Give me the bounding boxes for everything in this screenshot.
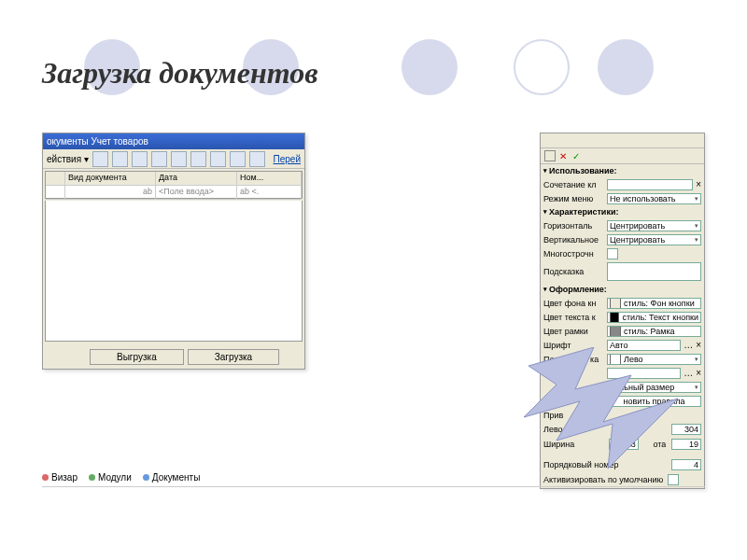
label-tab-order: Порядковый номер bbox=[543, 460, 637, 469]
footer-tabs: Визар Модули Документы bbox=[42, 463, 200, 487]
toolbar-icon[interactable] bbox=[230, 151, 246, 167]
row-hint: Подсказка bbox=[541, 260, 704, 283]
more-icon[interactable]: … bbox=[684, 340, 693, 350]
clear-icon[interactable]: × bbox=[696, 340, 701, 350]
deco-circle bbox=[598, 39, 654, 95]
select-bg-color[interactable]: стиль: Фон кнопки bbox=[607, 298, 701, 309]
row-pic-size: еальный размер bbox=[541, 380, 704, 394]
select-horizontal[interactable]: Центрировать bbox=[607, 220, 701, 231]
doc-type-input-btn[interactable]: ab bbox=[65, 186, 156, 199]
lower-tabs: Выгрузка Загрузка bbox=[90, 349, 279, 365]
number-input-btn[interactable]: ab <. bbox=[237, 186, 302, 199]
input-tab-order[interactable]: 4 bbox=[671, 459, 701, 470]
props-tool-icon[interactable] bbox=[544, 150, 556, 161]
toolbar: ействия ▾ Перей bbox=[43, 149, 304, 169]
toolbar-icon[interactable] bbox=[249, 151, 265, 167]
row-pic-position: Положение ка Лево bbox=[541, 352, 704, 366]
input-shortcut[interactable] bbox=[607, 179, 693, 190]
row-bg-color: Цвет фона кн стиль: Фон кнопки bbox=[541, 296, 704, 310]
tab-export[interactable]: Выгрузка bbox=[90, 349, 184, 365]
more-icon[interactable]: … bbox=[684, 368, 693, 378]
label-left: Лево bbox=[543, 425, 604, 434]
row-binding: Прив bbox=[541, 408, 704, 422]
slide: Загрузка документов окументы Учет товаро… bbox=[0, 0, 747, 560]
toolbar-icon[interactable] bbox=[112, 151, 128, 167]
select-fg-color[interactable]: стиль: Текст кнопки bbox=[607, 312, 701, 323]
deco-circle bbox=[514, 39, 570, 95]
row-tab-order: Порядковый номер 4 bbox=[541, 457, 704, 472]
toolbar-icon[interactable] bbox=[210, 151, 226, 167]
clear-icon[interactable]: × bbox=[696, 368, 701, 378]
props-toolbar: ✕ ✓ bbox=[541, 148, 704, 164]
select-menu-mode[interactable]: Не использовать bbox=[607, 193, 701, 204]
grid-marker-col bbox=[46, 172, 65, 185]
section-usage[interactable]: Использование: bbox=[541, 164, 704, 177]
row-font: Шрифт Авто …× bbox=[541, 338, 704, 352]
window-titlebar: окументы Учет товаров bbox=[43, 133, 304, 149]
label-fg-color: Цвет текста к bbox=[543, 313, 604, 322]
label-bg-color: Цвет фона кн bbox=[543, 299, 604, 308]
select-border-color[interactable]: стиль: Рамка bbox=[607, 326, 701, 337]
select-font[interactable]: Авто bbox=[607, 340, 681, 351]
properties-panel: ✕ ✓ Использование: Сочетание кл × Режим … bbox=[540, 133, 705, 489]
toolbar-icon[interactable] bbox=[151, 151, 167, 167]
toolbar-icon[interactable] bbox=[171, 151, 187, 167]
row-menu-mode: Режим меню Не использовать bbox=[541, 191, 704, 205]
clear-icon[interactable]: × bbox=[696, 179, 701, 189]
label-hint: Подсказка bbox=[543, 267, 604, 276]
row-activate-default: Активизировать по умолчанию bbox=[541, 472, 704, 486]
documents-window: окументы Учет товаров ействия ▾ Перей Ви… bbox=[42, 133, 305, 370]
label-multiline: Многострочн bbox=[543, 249, 604, 259]
input-height[interactable]: 19 bbox=[671, 439, 701, 450]
section-decoration[interactable]: Оформление: bbox=[541, 283, 704, 296]
row-multiline: Многострочн bbox=[541, 246, 704, 260]
button-set-rules[interactable]: новить правила bbox=[607, 396, 701, 407]
date-input[interactable]: <Поле ввода> bbox=[156, 186, 237, 199]
select-vertical[interactable]: Центрировать bbox=[607, 234, 701, 245]
row-picture: Кар …× bbox=[541, 366, 704, 380]
close-icon[interactable]: ✕ bbox=[559, 151, 569, 161]
select-pic-size[interactable]: еальный размер bbox=[607, 382, 701, 393]
row-fg-color: Цвет текста к стиль: Текст кнопки bbox=[541, 310, 704, 324]
row-horizontal: Горизонталь Центрировать bbox=[541, 218, 704, 232]
toolbar-icon[interactable] bbox=[132, 151, 148, 167]
input-width[interactable]: 123 bbox=[609, 439, 639, 450]
row-vertical: Вертикальное Центрировать bbox=[541, 232, 704, 246]
dot-icon bbox=[42, 474, 49, 481]
fg-color-value: стиль: Текст кнопки bbox=[622, 313, 698, 322]
label-binding: Прив bbox=[543, 411, 604, 420]
toolbar-icon[interactable] bbox=[92, 151, 108, 167]
row-rules: новить правила bbox=[541, 394, 704, 408]
tab-import[interactable]: Загрузка bbox=[188, 349, 279, 365]
row-border-color: Цвет рамки стиль: Рамка bbox=[541, 324, 704, 338]
actions-menu[interactable]: ействия ▾ bbox=[47, 154, 89, 164]
checkbox-activate-default[interactable] bbox=[668, 474, 679, 485]
footer-tab-label: Модули bbox=[98, 472, 132, 483]
grid-col-number[interactable]: Ном... bbox=[237, 172, 302, 185]
input-left[interactable]: 304 bbox=[671, 424, 701, 435]
label-pic-position: Положение ка bbox=[543, 355, 604, 364]
toolbar-icon[interactable] bbox=[190, 151, 206, 167]
footer-tab[interactable]: Модули bbox=[89, 472, 132, 483]
label-vertical: Вертикальное bbox=[543, 235, 604, 245]
select-picture[interactable] bbox=[607, 368, 681, 379]
label-picture: Кар bbox=[543, 369, 604, 378]
grid-col-date[interactable]: Дата bbox=[156, 172, 237, 185]
row-left-position: Лево 304 bbox=[541, 422, 704, 437]
footer-tab[interactable]: Визар bbox=[42, 472, 78, 483]
checkbox-multiline[interactable] bbox=[607, 248, 618, 259]
grid-col-doc-type[interactable]: Вид документа bbox=[65, 172, 156, 185]
footer-tab[interactable]: Документы bbox=[143, 472, 201, 483]
section-characteristics[interactable]: Характеристики: bbox=[541, 205, 704, 218]
footer-tab-label: Документы bbox=[152, 472, 201, 483]
check-icon[interactable]: ✓ bbox=[572, 151, 582, 161]
label-border-color: Цвет рамки bbox=[543, 327, 604, 336]
deco-circle bbox=[402, 39, 458, 95]
goto-link[interactable]: Перей bbox=[274, 154, 301, 164]
grid-header: Вид документа Дата Ном... ab <Поле ввода… bbox=[45, 171, 303, 199]
select-pic-position[interactable]: Лево bbox=[607, 354, 701, 365]
grid-body[interactable] bbox=[45, 201, 303, 342]
label-shortcut: Сочетание кл bbox=[543, 180, 604, 189]
input-hint[interactable] bbox=[607, 262, 701, 281]
border-color-value: стиль: Рамка bbox=[624, 327, 675, 336]
